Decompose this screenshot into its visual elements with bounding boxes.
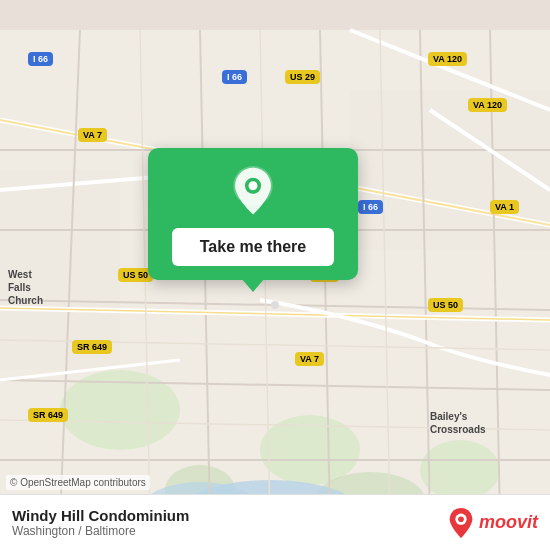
moovit-pin-icon	[447, 507, 475, 539]
location-name: Windy Hill Condominium	[12, 507, 439, 524]
badge-va-right: VA 1	[490, 200, 519, 214]
moovit-logo: moovit	[447, 507, 538, 539]
label-baileys-crossroads: Bailey'sCrossroads	[430, 410, 486, 436]
badge-i66-nw: I 66	[28, 52, 53, 66]
popup-card: Take me there	[148, 148, 358, 280]
label-west-falls-church: WestFallsChurch	[8, 268, 43, 307]
moovit-text: moovit	[479, 512, 538, 533]
svg-point-3	[420, 440, 500, 500]
badge-va7-low: VA 7	[295, 352, 324, 366]
badge-i66-mid: I 66	[358, 200, 383, 214]
badge-us50-right: US 50	[428, 298, 463, 312]
bottom-bar: Windy Hill Condominium Washington / Balt…	[0, 494, 550, 550]
map-container: I 66 VA 7 I 66 US 29 VA 120 VA 120 I 66 …	[0, 0, 550, 550]
badge-va120-tr: VA 120	[428, 52, 467, 66]
badge-va7-left: VA 7	[78, 128, 107, 142]
badge-sr649-ll: SR 649	[28, 408, 68, 422]
svg-point-36	[249, 181, 258, 190]
svg-point-33	[271, 301, 279, 309]
badge-us29: US 29	[285, 70, 320, 84]
copyright-text: © OpenStreetMap contributors	[6, 475, 150, 490]
badge-sr649-l: SR 649	[72, 340, 112, 354]
badge-va120-r: VA 120	[468, 98, 507, 112]
location-pin-icon	[227, 166, 279, 218]
take-me-there-button[interactable]: Take me there	[172, 228, 334, 266]
svg-point-38	[458, 516, 464, 522]
bottom-bar-text: Windy Hill Condominium Washington / Balt…	[12, 507, 439, 538]
location-region: Washington / Baltimore	[12, 524, 439, 538]
badge-i66-top: I 66	[222, 70, 247, 84]
